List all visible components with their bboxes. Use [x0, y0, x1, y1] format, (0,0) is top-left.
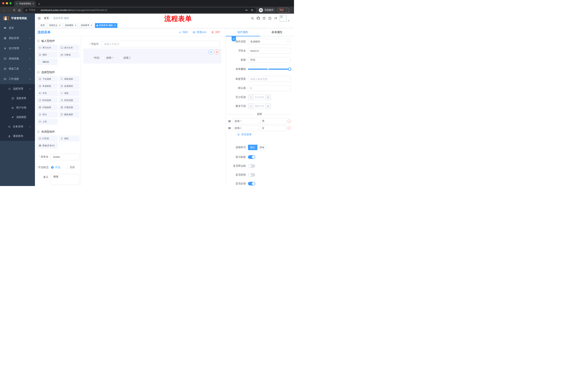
- forward-icon[interactable]: →: [7, 8, 11, 12]
- tag-close-icon[interactable]: ✕: [114, 24, 116, 27]
- drag-handle-icon[interactable]: [228, 120, 231, 123]
- tag-process-form-edit[interactable]: 流程表单-编辑✕: [95, 23, 117, 28]
- sidebar-item-devtools[interactable]: 研发工具: [0, 64, 35, 74]
- sidebar-item-infrastructure[interactable]: 基础设施: [0, 53, 35, 64]
- comp-item-rate[interactable]: 评分: [37, 111, 58, 117]
- comp-item-single-text[interactable]: 单行文本: [37, 45, 58, 51]
- delete-component-button[interactable]: [214, 50, 219, 54]
- comp-item-checkbox-group[interactable]: 多选框组: [59, 83, 80, 89]
- form-remark-textarea[interactable]: 嘿嘿: [51, 174, 79, 185]
- comp-item-select[interactable]: 下拉选择: [37, 76, 58, 82]
- new-tab-button[interactable]: +: [38, 2, 40, 7]
- resize-handle-icon[interactable]: [77, 183, 79, 185]
- max-select-input[interactable]: [254, 103, 265, 109]
- sidebar-item-process-form[interactable]: 流程表单: [0, 94, 35, 103]
- browser-tab[interactable]: 芋道管理系统 ✕: [14, 1, 36, 7]
- add-option-button[interactable]: 添加选项: [237, 133, 291, 136]
- comp-item-switch[interactable]: 开关: [37, 90, 58, 96]
- minus-button[interactable]: −: [248, 103, 254, 109]
- option-label-input[interactable]: [232, 125, 259, 131]
- avatar[interactable]: [280, 15, 286, 22]
- password-key-icon[interactable]: [244, 9, 249, 11]
- tag-close-icon[interactable]: ✕: [75, 24, 76, 27]
- comp-item-cascader[interactable]: 级联选择: [59, 76, 80, 82]
- browser-menu-icon[interactable]: ⋮: [285, 9, 287, 11]
- chrome-caret-icon[interactable]: ▼: [289, 12, 290, 13]
- status-off-radio[interactable]: 关闭: [66, 166, 75, 169]
- checkbox[interactable]: [102, 57, 105, 59]
- remove-option-button[interactable]: −: [287, 127, 291, 130]
- sidebar-item-task-management[interactable]: 任务管理: [0, 122, 35, 131]
- option-value-input[interactable]: [260, 125, 286, 131]
- tag-process-definition[interactable]: 流程定义✕: [47, 23, 62, 28]
- phone-input[interactable]: [101, 41, 220, 47]
- sidebar-fold-icon[interactable]: [38, 17, 41, 20]
- component-type-select[interactable]: [248, 39, 291, 45]
- status-on-radio[interactable]: 开启: [51, 166, 60, 169]
- slider-handle[interactable]: [288, 67, 291, 71]
- form-canvas[interactable]: *手机号 *性别: [81, 36, 226, 186]
- breadcrumb-home[interactable]: 首页: [44, 17, 49, 20]
- sidebar-item-system[interactable]: 系统管理: [0, 33, 35, 43]
- sidebar-item-home[interactable]: 首页: [0, 23, 35, 33]
- url-bar[interactable]: 不安全 │ dashboard.yudao.iocoder.cn/bpm/man…: [23, 8, 256, 13]
- avatar-caret-icon[interactable]: ▼: [288, 20, 290, 22]
- search-icon[interactable]: [249, 17, 255, 20]
- home-icon[interactable]: [17, 8, 21, 12]
- disabled-toggle[interactable]: [248, 173, 255, 177]
- fullscreen-icon[interactable]: [267, 17, 273, 20]
- plus-button[interactable]: +: [265, 95, 271, 100]
- required-toggle[interactable]: [248, 182, 255, 185]
- back-icon[interactable]: ←: [2, 8, 6, 12]
- link-tag[interactable]: [231, 36, 236, 41]
- sidebar-item-leave-query[interactable]: 请假查询: [0, 131, 35, 141]
- option-label-input[interactable]: [232, 118, 259, 124]
- phone-field-row[interactable]: *手机号: [84, 41, 220, 47]
- sidebar-logo[interactable]: 芋道管理系统: [0, 14, 35, 23]
- tab-form-props[interactable]: 表单属性: [260, 28, 294, 36]
- gender-option-1[interactable]: 选项一: [102, 56, 114, 60]
- comp-item-upload[interactable]: 上传: [37, 118, 58, 125]
- comp-item-time-range[interactable]: 时间范围: [59, 97, 80, 103]
- comp-item-textarea[interactable]: 多行文本: [59, 45, 80, 51]
- grid-slider[interactable]: [248, 69, 290, 70]
- clear-button[interactable]: 清空: [211, 31, 220, 34]
- tag-home[interactable]: 首页: [39, 23, 46, 28]
- plus-button[interactable]: +: [265, 103, 271, 109]
- form-name-input[interactable]: [51, 154, 79, 160]
- sidebar-item-process-management[interactable]: 流程管理: [0, 84, 35, 94]
- tag-process-model[interactable]: 流程模型✕: [63, 23, 78, 28]
- comp-item-button[interactable]: 按钮: [59, 135, 80, 142]
- comp-item-counter[interactable]: 123 计数器: [59, 52, 80, 58]
- copy-component-button[interactable]: [209, 50, 213, 54]
- tag-process-form[interactable]: 流程表单✕: [79, 23, 94, 28]
- close-window-button[interactable]: [2, 2, 4, 4]
- tab-component-props[interactable]: 组件属性: [226, 28, 260, 36]
- reload-icon[interactable]: [12, 8, 16, 12]
- default-value-input[interactable]: [248, 85, 291, 91]
- style-default-button[interactable]: 默认: [248, 145, 257, 150]
- min-select-input[interactable]: [254, 95, 265, 100]
- comp-item-date-picker[interactable]: 日期选择: [37, 104, 58, 110]
- gender-option-2[interactable]: 选项二: [119, 56, 131, 60]
- checkbox[interactable]: [119, 57, 122, 59]
- tag-close-icon[interactable]: ✕: [91, 24, 92, 27]
- show-label-toggle[interactable]: [248, 155, 255, 159]
- sidebar-item-payment[interactable]: ¥ 支付管理: [0, 43, 35, 53]
- zoom-window-button[interactable]: [10, 2, 12, 4]
- style-button-button[interactable]: 按钮: [257, 145, 267, 150]
- remove-option-button[interactable]: −: [287, 120, 291, 123]
- comp-item-time-picker[interactable]: 时间选择: [37, 97, 58, 103]
- comp-item-row-container[interactable]: 行容器: [37, 135, 58, 142]
- comp-item-table[interactable]: 表格[开发中]: [37, 142, 58, 149]
- bookmark-star-icon[interactable]: [250, 9, 254, 11]
- comp-item-date-range[interactable]: 日期范围: [59, 104, 80, 110]
- sidebar-item-process-model[interactable]: 流程模型: [0, 112, 35, 122]
- browser-update-button[interactable]: 更新 ⋮: [277, 8, 289, 12]
- comp-item-password[interactable]: 密码: [37, 52, 58, 58]
- field-name-input[interactable]: [248, 48, 291, 54]
- border-toggle[interactable]: [248, 164, 255, 168]
- option-value-input[interactable]: [260, 118, 286, 124]
- selected-component-gender[interactable]: *性别 选项一 选项二: [83, 49, 221, 64]
- comp-item-radio-group[interactable]: 单选框组: [37, 83, 58, 89]
